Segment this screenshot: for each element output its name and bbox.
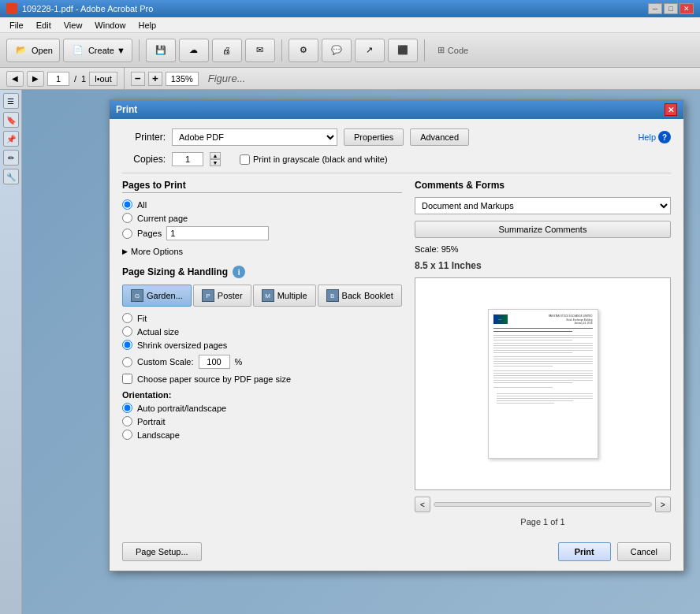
- radio-actual[interactable]: [122, 326, 132, 337]
- right-column: Comments & Forms Document and Markups Su…: [415, 180, 671, 527]
- radio-auto[interactable]: [122, 403, 132, 413]
- help-link[interactable]: Help ?: [638, 131, 671, 143]
- page-divider: /: [73, 74, 78, 84]
- preview-line-8: [493, 348, 593, 348]
- sidebar-icon-pin[interactable]: 📌: [3, 131, 19, 147]
- properties-button[interactable]: Properties: [344, 128, 404, 146]
- custom-scale-label: Custom Scale:: [137, 357, 194, 367]
- menu-help[interactable]: Help: [132, 19, 162, 32]
- dialog-footer: Page Setup... Print Cancel: [110, 536, 683, 571]
- advanced-button[interactable]: Advanced: [410, 128, 469, 146]
- radio-all[interactable]: [122, 199, 132, 210]
- preview-line-5: [493, 340, 573, 340]
- print-button[interactable]: Print: [558, 542, 611, 561]
- dialog-title: Print: [116, 104, 137, 115]
- sidebar-icon-edit[interactable]: ✏: [3, 150, 19, 166]
- minimize-button[interactable]: ─: [648, 3, 662, 14]
- preview-header-text: PAKISTAN STOCK EXCHANGE LIMITED Stock Ex…: [549, 314, 593, 326]
- copies-down-button[interactable]: ▼: [210, 159, 221, 166]
- preview-line-7: [493, 345, 593, 346]
- menu-edit[interactable]: Edit: [30, 19, 58, 32]
- preview-line-13: [493, 361, 593, 362]
- menu-view[interactable]: View: [58, 19, 89, 32]
- radio-landscape[interactable]: [122, 430, 132, 440]
- cancel-button[interactable]: Cancel: [617, 542, 671, 561]
- forward-button[interactable]: ▶: [27, 71, 44, 87]
- sidebar-icon-menu[interactable]: ☰: [3, 93, 19, 109]
- radio-current[interactable]: [122, 213, 132, 223]
- toolbar: 📂 Open 📄 Create ▼ 💾 ☁ 🖨 ✉ ⚙ 💬 ↗ ⬛ ⊞ Code: [0, 33, 700, 68]
- layout-button[interactable]: l•out: [89, 72, 117, 86]
- back-button[interactable]: ◀: [6, 71, 24, 87]
- upload-icon: ☁: [186, 43, 202, 58]
- preview-document: PSX PAKISTAN STOCK EXCHANGE LIMITED Stoc…: [488, 309, 598, 459]
- save-icon: 💾: [153, 43, 169, 58]
- open-icon: 📂: [13, 43, 29, 58]
- triangle-icon: ▶: [122, 247, 128, 255]
- booklet-button[interactable]: B Back Booklet: [318, 285, 402, 307]
- open-button[interactable]: 📂 Open: [6, 39, 60, 62]
- page-number-input[interactable]: [47, 72, 69, 86]
- radio-shrink[interactable]: [122, 340, 132, 350]
- sizing-buttons: G Garden... P Poster M Multiple: [122, 285, 402, 307]
- footer-spacer: [208, 542, 552, 561]
- page-range-input[interactable]: [166, 226, 269, 240]
- nav-bar: ◀ ▶ / 1 l•out − + Figure...: [0, 68, 700, 90]
- zoom-out-button[interactable]: −: [131, 72, 145, 86]
- zoom-in-button[interactable]: +: [148, 72, 162, 86]
- info-icon[interactable]: i: [233, 266, 245, 278]
- page-slider[interactable]: [434, 502, 652, 507]
- gardem-label: Garden...: [147, 291, 183, 300]
- menu-window[interactable]: Window: [88, 19, 132, 32]
- radio-portrait[interactable]: [122, 416, 132, 426]
- radio-fit[interactable]: [122, 313, 132, 323]
- preview-line-3: [493, 335, 593, 336]
- dialog-overlay: Print ✕ Printer: Adobe PDF Properties Ad…: [22, 90, 700, 614]
- poster-button[interactable]: P Poster: [193, 285, 251, 307]
- comment-button[interactable]: 💬: [322, 39, 352, 62]
- more-options-row[interactable]: ▶ More Options: [122, 247, 402, 256]
- save-button[interactable]: 💾: [146, 39, 176, 62]
- export-button[interactable]: ⬛: [388, 39, 418, 62]
- email-button[interactable]: ✉: [245, 39, 275, 62]
- preview-line-6: [493, 343, 593, 344]
- grayscale-checkbox[interactable]: [240, 154, 250, 165]
- gardem-button[interactable]: G Garden...: [122, 285, 192, 307]
- pdf-page-size-checkbox[interactable]: [122, 374, 132, 384]
- maximize-button[interactable]: □: [664, 3, 678, 14]
- create-button[interactable]: 📄 Create ▼: [63, 39, 132, 62]
- separator-nav: [124, 68, 125, 90]
- zoom-input[interactable]: [166, 72, 199, 86]
- next-page-button[interactable]: >: [655, 497, 671, 512]
- copies-up-button[interactable]: ▲: [210, 152, 221, 159]
- sidebar-icon-bookmark[interactable]: 🔖: [3, 112, 19, 128]
- settings-button[interactable]: ⚙: [289, 39, 318, 62]
- print-button[interactable]: 🖨: [212, 39, 242, 62]
- cf-select[interactable]: Document and Markups: [415, 197, 671, 214]
- custom-scale-input[interactable]: [199, 355, 230, 369]
- prev-page-button[interactable]: <: [415, 497, 430, 512]
- multiple-button[interactable]: M Multiple: [253, 285, 316, 307]
- radio-pages[interactable]: [122, 229, 132, 239]
- copies-input[interactable]: [172, 152, 203, 166]
- copies-row: Copies: ▲ ▼ Print in grayscale (black an…: [122, 152, 671, 166]
- preview-line-10: [493, 352, 573, 353]
- export-icon: ⬛: [395, 43, 411, 58]
- share-button[interactable]: ↗: [355, 39, 385, 62]
- summarize-button[interactable]: Summarize Comments: [415, 221, 671, 238]
- comments-forms-header: Comments & Forms: [415, 180, 671, 191]
- code-icon: ⊞: [438, 45, 445, 55]
- page-setup-button[interactable]: Page Setup...: [122, 542, 202, 561]
- dialog-close-button[interactable]: ✕: [665, 103, 677, 116]
- radio-pages-row: Pages: [122, 226, 402, 240]
- sidebar-icon-tools[interactable]: 🔧: [3, 169, 19, 184]
- radio-custom-scale[interactable]: [122, 357, 132, 367]
- close-button[interactable]: ✕: [680, 3, 694, 14]
- custom-scale-row: Custom Scale: %: [122, 355, 402, 369]
- menu-file[interactable]: File: [3, 19, 30, 32]
- printer-select[interactable]: Adobe PDF: [172, 128, 337, 146]
- code-button[interactable]: ⊞ Code: [431, 43, 475, 57]
- upload-button[interactable]: ☁: [179, 39, 209, 62]
- shrink-row: Shrink oversized pages: [122, 340, 402, 350]
- gardem-icon: G: [131, 289, 143, 302]
